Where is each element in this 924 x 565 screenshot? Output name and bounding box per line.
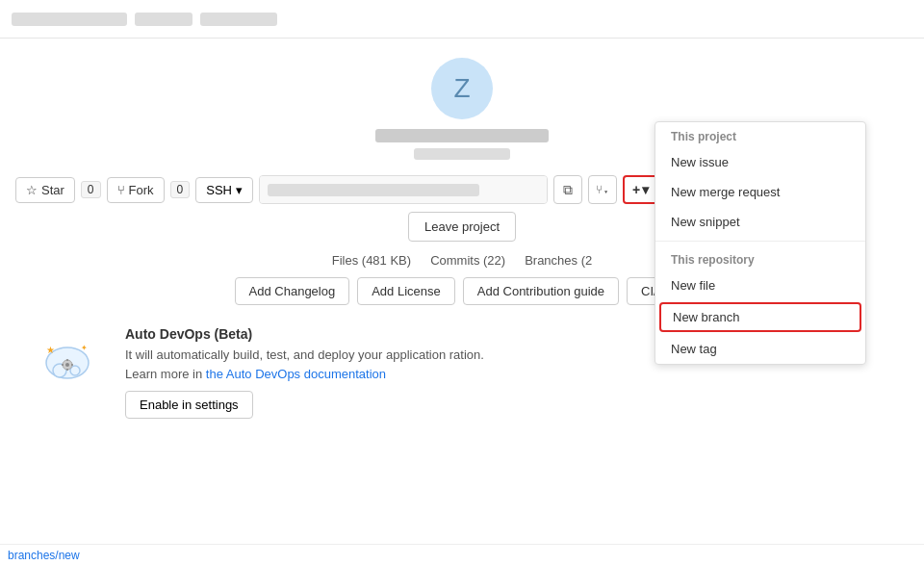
add-contribution-guide-button[interactable]: Add Contribution guide (463, 277, 619, 305)
svg-text:✦: ✦ (81, 344, 88, 352)
svg-text:★: ★ (46, 345, 55, 355)
auto-devops-text: Auto DevOps (Beta) It will automatically… (125, 326, 484, 419)
fork-button[interactable]: ⑂ Fork (107, 177, 165, 203)
stats-bar: Files (481 KB) Commits (22) Branches (2 (332, 253, 592, 268)
dropdown-section2-label: This repository (655, 245, 865, 270)
dropdown-menu: This project New issue New merge request… (654, 121, 866, 365)
git-icon: ⑂▾ (596, 183, 609, 196)
fork-icon: ⑂ (117, 183, 125, 197)
dropdown-divider (655, 241, 865, 242)
branches-stat[interactable]: Branches (2 (525, 253, 592, 268)
plus-dropdown-button[interactable]: + ▾ (623, 175, 658, 204)
chevron-down-icon: ▾ (642, 182, 649, 197)
git-button[interactable]: ⑂▾ (588, 175, 617, 204)
svg-point-4 (65, 363, 69, 367)
ssh-chevron-icon: ▾ (236, 183, 243, 197)
commits-stat[interactable]: Commits (22) (430, 253, 505, 268)
enable-settings-button[interactable]: Enable in settings (125, 391, 253, 419)
ssh-button[interactable]: SSH ▾ (195, 177, 253, 203)
dropdown-new-issue[interactable]: New issue (655, 147, 865, 177)
browser-tab (12, 13, 127, 26)
auto-devops-title: Auto DevOps (Beta) (125, 326, 484, 342)
files-stat[interactable]: Files (481 KB) (332, 253, 411, 268)
auto-devops-learn-more: Learn more in the Auto DevOps documentat… (125, 365, 484, 384)
project-sub (414, 148, 510, 160)
page-content: Z ☆ Star 0 ⑂ Fork 0 SSH ▾ ⧉ (0, 39, 924, 438)
url-text (260, 176, 547, 203)
star-count: 0 (81, 181, 101, 198)
star-button[interactable]: ☆ Star (15, 177, 75, 203)
dropdown-new-snippet[interactable]: New snippet (655, 207, 865, 237)
copy-icon: ⧉ (563, 182, 573, 198)
plus-icon: + (632, 182, 640, 197)
leave-project-button[interactable]: Leave project (408, 212, 516, 242)
dropdown-new-merge-request[interactable]: New merge request (655, 177, 865, 207)
url-bar (259, 175, 548, 204)
star-icon: ☆ (26, 183, 38, 197)
avatar: Z (431, 58, 493, 119)
auto-devops-icon-area: ✓ ★ ✦ (29, 326, 106, 394)
browser-tab3 (200, 13, 277, 26)
add-license-button[interactable]: Add License (357, 277, 455, 305)
file-actions: Add Changelog Add License Add Contributi… (235, 277, 690, 305)
devops-illustration: ★ ✦ (38, 336, 96, 389)
browser-tab2 (135, 13, 192, 26)
add-changelog-button[interactable]: Add Changelog (235, 277, 350, 305)
copy-button[interactable]: ⧉ (553, 175, 582, 204)
dropdown-new-branch[interactable]: New branch (659, 302, 861, 332)
dropdown-new-file[interactable]: New file (655, 270, 865, 300)
fork-count: 0 (170, 181, 191, 198)
auto-devops-description: It will automatically build, test, and d… (125, 346, 484, 365)
browser-top-bar (0, 0, 924, 39)
dropdown-new-tag[interactable]: New tag (655, 334, 865, 364)
project-name (375, 129, 549, 142)
auto-devops-link[interactable]: the Auto DevOps documentation (206, 367, 386, 381)
dropdown-section1-label: This project (655, 122, 865, 147)
